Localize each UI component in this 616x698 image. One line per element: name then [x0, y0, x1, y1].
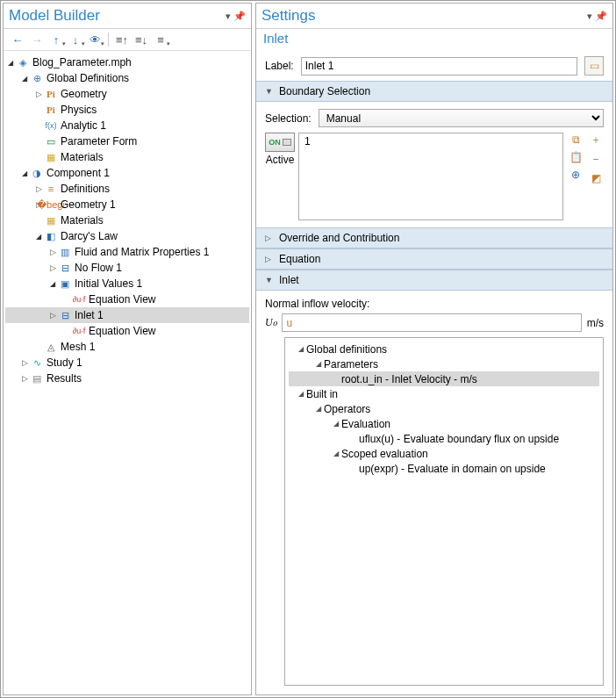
- node-label: Darcy's Law: [61, 230, 118, 242]
- collapse-icon: ▼: [265, 87, 274, 96]
- tree-options-button[interactable]: ≡▾: [152, 32, 169, 47]
- autocomplete-item[interactable]: root.u_in - Inlet Velocity - m/s: [289, 371, 599, 386]
- settings-title: Settings: [261, 7, 587, 25]
- tree-node[interactable]: ▷⊟Inlet 1: [5, 307, 249, 323]
- tree-node[interactable]: ▷≡Definitions: [5, 181, 249, 197]
- autocomplete-item[interactable]: up(expr) - Evaluate in domain on upside: [289, 461, 599, 476]
- tree-node[interactable]: ◬Mesh 1: [5, 339, 249, 355]
- autocomplete-item[interactable]: uflux(u) - Evaluate boundary flux on ups…: [289, 431, 599, 446]
- node-icon: ∂u·f: [72, 292, 86, 306]
- selection-label: Selection:: [265, 112, 312, 125]
- active-label: Active: [266, 154, 295, 166]
- paste-icon[interactable]: 📋: [568, 150, 584, 164]
- node-icon: ▦: [44, 213, 58, 227]
- tree-node[interactable]: ▭Parameter Form: [5, 133, 249, 149]
- node-label: Global Definitions: [47, 72, 129, 84]
- selection-list[interactable]: 1: [298, 133, 563, 220]
- down-button[interactable]: ↓▾: [67, 32, 84, 47]
- settings-panel: Settings ▾ 📌 Inlet Label: ▭ ▼ Boundary S…: [255, 3, 613, 695]
- settings-header: Settings ▾ 📌: [256, 4, 612, 29]
- copy-icon[interactable]: ⧉: [568, 133, 584, 147]
- model-builder-title: Model Builder: [9, 7, 226, 25]
- pin-icon[interactable]: ▾ 📌: [587, 11, 607, 22]
- model-tree[interactable]: ◢◈Blog_Parameter.mph◢⊕Global Definitions…: [4, 51, 251, 694]
- up-button[interactable]: ↑▾: [47, 32, 65, 47]
- tree-node[interactable]: ▷▥Fluid and Matrix Properties 1: [5, 244, 249, 260]
- node-icon: ▥: [58, 245, 72, 259]
- u0-input[interactable]: [282, 313, 581, 332]
- list-item[interactable]: 1: [304, 135, 557, 148]
- back-button[interactable]: ←: [9, 32, 26, 47]
- add-icon[interactable]: ＋: [588, 133, 604, 147]
- model-builder-toolbar: ← → ↑▾ ↓▾ 👁▾ ≡↑ ≡↓ ≡▾: [4, 29, 251, 51]
- tree-node[interactable]: ▷PiGeometry: [5, 86, 249, 102]
- tree-node[interactable]: ∂u·fEquation View: [5, 291, 249, 307]
- dropdown-icon[interactable]: ▾ 📌: [226, 11, 246, 22]
- autocomplete-list[interactable]: ◢Global definitions◢Parametersroot.u_in …: [284, 337, 604, 686]
- node-label: Definitions: [61, 183, 110, 195]
- separator: [108, 32, 109, 47]
- autocomplete-item[interactable]: ◢Built in: [289, 386, 599, 401]
- tree-node[interactable]: ▷�begiGeometry 1: [5, 197, 249, 212]
- node-label: Component 1: [47, 167, 110, 179]
- node-icon: ⊕: [30, 71, 44, 85]
- autocomplete-item[interactable]: ◢Scoped evaluation: [289, 446, 599, 461]
- label-input[interactable]: [301, 57, 577, 76]
- node-icon: ◑: [30, 166, 44, 180]
- switch-icon: [283, 139, 291, 146]
- tree-node[interactable]: ▷▤Results: [5, 371, 249, 386]
- node-icon: Pi: [44, 87, 58, 101]
- toggle-icon[interactable]: ◩: [588, 171, 604, 185]
- node-label: Equation View: [89, 325, 156, 337]
- zoom-icon[interactable]: ⊕: [568, 168, 584, 182]
- forward-button[interactable]: →: [28, 32, 46, 47]
- expand-icon: ▷: [265, 234, 274, 242]
- autocomplete-item[interactable]: ◢Global definitions: [289, 342, 599, 356]
- node-label: Parameter Form: [61, 135, 137, 148]
- node-icon: ◧: [44, 229, 58, 243]
- node-label: Physics: [61, 104, 97, 116]
- tree-node[interactable]: f(x)Analytic 1: [5, 118, 249, 133]
- node-label: Equation View: [89, 293, 156, 306]
- label-row: Label: ▭: [256, 51, 612, 81]
- tree-node[interactable]: ▦Materials: [5, 149, 249, 165]
- inlet-body: Normal inflow velocity: U₀ m/s ◢Global d…: [256, 291, 612, 694]
- collapse-icon: ▼: [265, 276, 274, 284]
- tree-node[interactable]: ◢◑Component 1: [5, 165, 249, 181]
- autocomplete-item[interactable]: ◢Operators: [289, 401, 599, 416]
- node-icon: ▦: [44, 150, 58, 164]
- node-label: Geometry 1: [61, 198, 116, 211]
- tree-node[interactable]: PiPhysics: [5, 102, 249, 118]
- node-label: No Flow 1: [75, 262, 122, 274]
- remove-icon[interactable]: －: [588, 152, 604, 166]
- collapse-button[interactable]: ≡↑: [113, 32, 131, 47]
- section-equation[interactable]: ▷ Equation: [256, 248, 612, 270]
- boundary-selection-body: Selection: Manual ON Active 1 ⧉ 📋 ⊕: [256, 102, 612, 227]
- section-override[interactable]: ▷ Override and Contribution: [256, 227, 612, 248]
- show-button[interactable]: 👁▾: [86, 32, 104, 47]
- node-label: Blog_Parameter.mph: [32, 56, 132, 68]
- tree-node[interactable]: ▷⊟No Flow 1: [5, 260, 249, 276]
- expand-button[interactable]: ≡↓: [133, 32, 150, 47]
- label-label: Label:: [265, 60, 294, 72]
- tree-node[interactable]: ▷∿Study 1: [5, 355, 249, 371]
- tree-node[interactable]: ◢▣Initial Values 1: [5, 276, 249, 291]
- label-ref-button[interactable]: ▭: [584, 56, 604, 76]
- autocomplete-item[interactable]: ◢Evaluation: [289, 416, 599, 431]
- u0-unit: m/s: [587, 317, 604, 329]
- tree-node[interactable]: ∂u·fEquation View: [5, 323, 249, 339]
- node-label: Results: [47, 372, 82, 385]
- section-boundary-selection[interactable]: ▼ Boundary Selection: [256, 81, 612, 102]
- tree-node[interactable]: ◢◈Blog_Parameter.mph: [5, 54, 249, 70]
- active-toggle[interactable]: ON: [265, 133, 295, 152]
- tree-node[interactable]: ◢⊕Global Definitions: [5, 70, 249, 86]
- node-icon: ◈: [16, 55, 30, 69]
- tree-node[interactable]: ▦Materials: [5, 212, 249, 228]
- node-icon: ◬: [44, 340, 58, 354]
- section-inlet[interactable]: ▼ Inlet: [256, 270, 612, 291]
- selection-dropdown[interactable]: Manual: [319, 109, 604, 127]
- autocomplete-item[interactable]: ◢Parameters: [289, 356, 599, 371]
- tree-node[interactable]: ◢◧Darcy's Law: [5, 228, 249, 244]
- node-label: Inlet 1: [75, 309, 104, 321]
- node-icon: ⊟: [58, 261, 72, 275]
